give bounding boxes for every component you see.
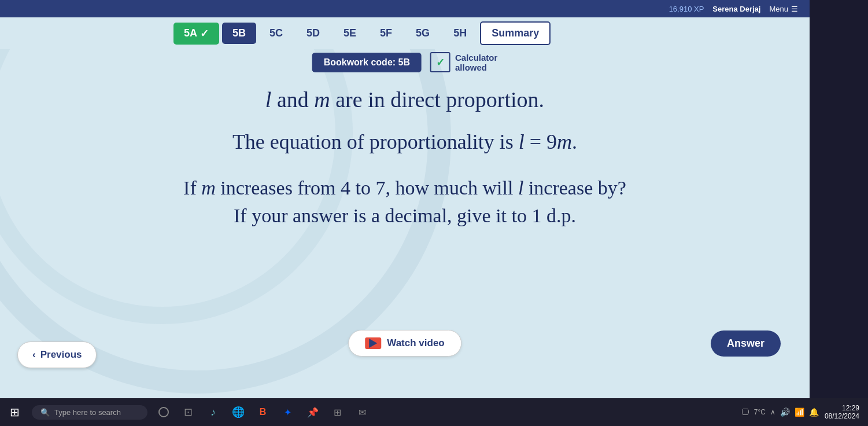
taskbar-circle-icon[interactable] [153,402,173,423]
q-l: l [518,177,523,199]
tab-5B-label: 5B [232,27,246,39]
windows-icon: ⊞ [10,405,20,419]
question-line4: If your answer is a decimal, give it to … [58,205,752,227]
tab-5B[interactable]: 5B [222,23,256,44]
nav-tabs: 5A ✓ 5B 5C 5D 5E 5F 5G 5H Summary [0,17,810,49]
calculator-text: Calculator allowed [455,53,497,72]
taskbar-dropbox-icon[interactable]: ✦ [278,402,298,423]
volume-icon: 🔊 [780,407,790,417]
tab-5F[interactable]: 5F [370,23,402,44]
watch-video-button[interactable]: Watch video [348,330,461,357]
screen-icon: 🖵 [741,407,749,417]
user-display: Serena Derjaj [712,5,760,13]
taskbar-right: 🖵 7°C ∧ 🔊 📶 🔔 12:29 08/12/2024 [741,404,868,420]
tab-5E-label: 5E [343,27,356,39]
tab-5C[interactable]: 5C [259,23,293,44]
previous-label: Previous [40,349,82,361]
circle-widget [158,407,169,417]
tiktok-icon: ♪ [210,406,216,418]
wifi-icon: 📶 [795,407,804,417]
video-icon [365,337,381,349]
taskbar-icons: ⊡ ♪ 🌐 B ✦ 📌 ⊞ ✉ [153,402,372,423]
eq-l: l [519,130,525,153]
apps-icon: ⊞ [334,407,341,418]
notification-icon: 🔔 [809,407,819,417]
mail-icon: ✉ [359,407,366,418]
play-icon [369,339,377,348]
right-sidebar [810,0,868,426]
taskbar-pin-icon[interactable]: 📌 [302,402,323,423]
taskbar: ⊞ 🔍 Type here to search ⊡ ♪ 🌐 B ✦ 📌 ⊞ [0,398,868,426]
calculator-sublabel: allowed [455,63,497,72]
up-icon: ∧ [770,408,775,416]
tab-summary-label: Summary [492,27,539,39]
taskbar-tiktok-icon[interactable]: ♪ [203,402,223,423]
dropbox-icon: ✦ [284,407,291,418]
tab-5C-label: 5C [269,27,283,39]
question-line2: The equation of proportionality is l = 9… [58,130,752,154]
checkmark-icon: ✓ [200,27,209,40]
tab-5G-label: 5G [416,27,430,39]
question-content: l and m are in direct proportion. The eq… [58,87,752,227]
time-display: 12:29 08/12/2024 [825,404,859,420]
bookwork-badge: Bookwork code: 5B [312,53,422,72]
answer-button[interactable]: Answer [711,330,781,357]
tab-5D[interactable]: 5D [296,23,330,44]
q-m: m [201,177,216,199]
watch-video-label: Watch video [387,337,445,349]
var-l: l [265,87,272,112]
date: 08/12/2024 [825,412,859,420]
var-m: m [314,87,330,112]
system-tray: 🖵 7°C ∧ 🔊 📶 🔔 [741,407,819,417]
time: 12:29 [825,404,859,412]
question-line3: If m increases from 4 to 7, how much wil… [58,177,752,199]
main-area: 16,910 XP Serena Derjaj Menu ☰ 5A ✓ 5B 5… [0,0,810,426]
tab-5A-label: 5A [184,27,197,39]
tab-5F-label: 5F [380,27,392,39]
tab-5A[interactable]: 5A ✓ [173,23,219,45]
question-line1: l and m are in direct proportion. [58,87,752,112]
hamburger-icon: ☰ [791,5,798,13]
taskbar-snap-icon[interactable]: ⊡ [178,402,198,423]
tab-5H-label: 5H [453,27,467,39]
search-placeholder: Type here to search [54,408,121,417]
temp-display: 7°C [754,408,766,416]
taskbar-search[interactable]: 🔍 Type here to search [32,405,147,420]
menu-label: Menu [769,5,788,13]
xp-display: 16,910 XP [669,5,704,13]
taskbar-apps-icon[interactable]: ⊞ [327,402,348,423]
search-icon: 🔍 [40,408,50,417]
calculator-label: Calculator [455,53,497,63]
tab-summary[interactable]: Summary [480,21,551,45]
calculator-allowed: Calculator allowed [430,52,497,72]
previous-button[interactable]: ‹ Previous [17,341,97,368]
tab-5E[interactable]: 5E [333,23,367,44]
pin-icon: 📌 [307,407,319,418]
tab-5D-label: 5D [306,27,320,39]
top-bar: 16,910 XP Serena Derjaj Menu ☰ [0,0,810,17]
bookwork-area: Bookwork code: 5B Calculator allowed [312,52,498,72]
taskbar-mail-icon[interactable]: ✉ [352,402,372,423]
taskbar-edge-icon[interactable]: 🌐 [228,402,248,423]
answer-label: Answer [727,337,764,349]
snap-icon: ⊡ [184,406,193,418]
brave-icon: B [260,407,267,417]
windows-start-button[interactable]: ⊞ [0,398,29,426]
eq-m: m [557,130,572,153]
chevron-left-icon: ‹ [32,349,36,361]
tab-5H[interactable]: 5H [443,23,477,44]
edge-icon: 🌐 [232,406,245,418]
taskbar-brave-icon[interactable]: B [253,402,273,423]
tab-5G[interactable]: 5G [405,23,440,44]
calculator-icon [430,52,450,72]
menu-button[interactable]: Menu ☰ [769,5,798,13]
